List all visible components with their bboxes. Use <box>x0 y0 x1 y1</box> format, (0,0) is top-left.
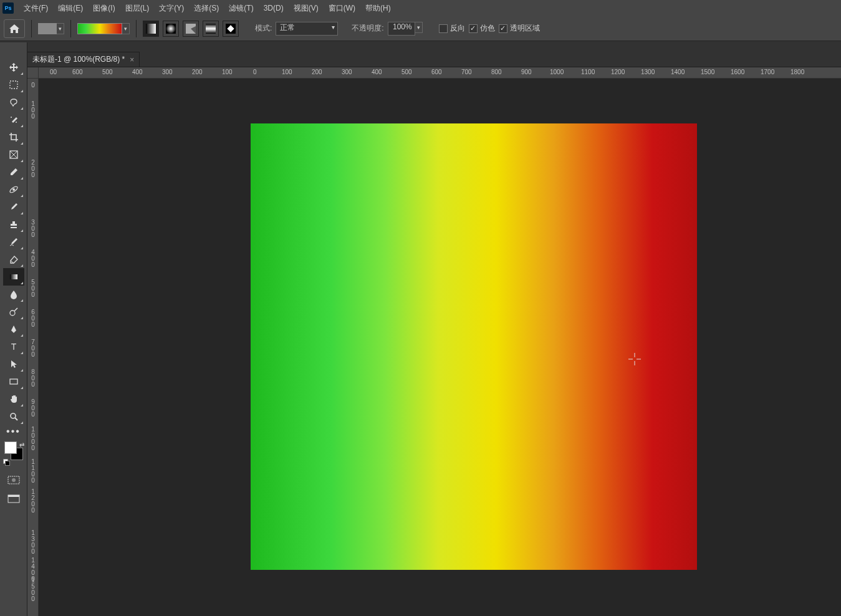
marquee-tool[interactable] <box>3 76 24 94</box>
menu-item[interactable]: 文字(Y) <box>154 0 189 16</box>
gradient-tool[interactable] <box>3 268 24 286</box>
ruler-tick: 1300 <box>29 530 37 555</box>
ruler-tick: 900 <box>521 69 532 75</box>
dodge-tool[interactable] <box>3 303 24 320</box>
vertical-ruler[interactable]: 0100200300400500600700800900100011001200… <box>27 79 39 616</box>
linear-gradient-button[interactable] <box>143 21 159 37</box>
svg-rect-18 <box>10 379 17 384</box>
eraser-tool[interactable] <box>3 251 24 268</box>
menu-item[interactable]: 滤镜(T) <box>224 0 258 16</box>
ruler-tick: 1600 <box>731 69 744 75</box>
ruler-tick: 00 <box>50 69 57 75</box>
close-tab-icon[interactable]: × <box>130 55 134 64</box>
opacity-dropdown[interactable]: ▾ <box>415 22 423 33</box>
gradient-picker-dropdown[interactable]: ▾ <box>122 23 130 34</box>
horizontal-ruler[interactable]: 0060050040030020010001002003004005006007… <box>39 67 841 79</box>
tool-preset-swatch[interactable] <box>38 23 57 34</box>
eyedropper-tool[interactable] <box>3 163 24 181</box>
svg-rect-14 <box>10 274 17 279</box>
quick-select-tool[interactable] <box>3 111 24 128</box>
quick-mask-button[interactable] <box>5 473 22 488</box>
svg-point-7 <box>11 117 12 118</box>
blur-tool[interactable] <box>3 286 24 303</box>
angle-gradient-button[interactable] <box>183 21 199 37</box>
menu-item[interactable]: 选择(S) <box>189 0 224 16</box>
menu-item[interactable]: 图层(L) <box>120 0 155 16</box>
ruler-tick: 200 <box>312 69 322 75</box>
ruler-tick: 600 <box>29 309 37 328</box>
svg-point-13 <box>12 188 15 191</box>
ruler-tick: 500 <box>102 69 113 75</box>
svg-rect-1 <box>166 24 176 34</box>
menu-bar: Ps 文件(F)编辑(E)图像(I)图层(L)文字(Y)选择(S)滤镜(T)3D… <box>0 0 841 16</box>
mode-select[interactable]: 正常 <box>276 22 338 36</box>
stamp-tool[interactable] <box>3 216 24 233</box>
canvas[interactable] <box>251 123 697 570</box>
menu-item[interactable]: 编辑(E) <box>53 0 88 16</box>
ruler-tick: 100 <box>29 101 37 120</box>
tool-preset-dropdown[interactable]: ▾ <box>57 23 64 34</box>
reflected-gradient-button[interactable] <box>203 21 219 37</box>
svg-line-20 <box>15 418 17 420</box>
screen-mode-button[interactable] <box>5 491 22 506</box>
brush-tool[interactable] <box>3 198 24 216</box>
pen-tool[interactable] <box>3 320 24 338</box>
gradient-preview-swatch[interactable] <box>77 23 122 34</box>
lasso-tool[interactable] <box>3 94 24 111</box>
ruler-tick: 700 <box>461 69 472 75</box>
svg-point-8 <box>16 122 17 123</box>
frame-tool[interactable] <box>3 146 24 163</box>
ruler-tick: 600 <box>431 69 442 75</box>
home-button[interactable] <box>4 19 25 38</box>
default-colors-icon[interactable] <box>3 459 9 465</box>
svg-rect-6 <box>10 81 17 89</box>
ruler-tick: 400 <box>29 249 37 268</box>
type-tool[interactable]: T <box>3 338 24 355</box>
workspace: 0060050040030020010001002003004005006007… <box>27 67 841 616</box>
ruler-tick: 500 <box>29 279 37 298</box>
ruler-tick: 1400 <box>671 69 685 75</box>
history-brush-tool[interactable] <box>3 233 24 251</box>
ruler-tick: 100 <box>282 69 292 75</box>
menu-item[interactable]: 视图(V) <box>289 0 324 16</box>
transparency-checkbox[interactable]: ✓透明区域 <box>499 23 540 34</box>
shape-tool[interactable] <box>3 373 24 390</box>
crop-tool[interactable] <box>3 128 24 146</box>
ruler-tick: 800 <box>29 369 37 388</box>
ruler-tick: 100 <box>222 69 233 75</box>
ruler-tick: 200 <box>192 69 203 75</box>
ruler-tick: 1200 <box>29 489 37 514</box>
diamond-gradient-button[interactable] <box>223 21 239 37</box>
menu-item[interactable]: 帮助(H) <box>360 0 396 16</box>
svg-rect-24 <box>8 495 19 497</box>
ruler-tick: 400 <box>132 69 143 75</box>
gradient-cursor-icon <box>628 353 641 368</box>
spot-heal-tool[interactable] <box>3 181 24 198</box>
svg-line-16 <box>14 308 17 311</box>
foreground-color-swatch[interactable] <box>4 441 17 454</box>
hand-tool[interactable] <box>3 390 24 408</box>
radial-gradient-button[interactable] <box>163 21 179 37</box>
zoom-tool[interactable] <box>3 408 24 425</box>
ruler-tick: 1700 <box>761 69 774 75</box>
document-tab[interactable]: 未标题-1 @ 100%(RGB/8) * × <box>27 52 140 67</box>
path-select-tool[interactable] <box>3 355 24 373</box>
edit-toolbar-button[interactable]: ••• <box>3 425 24 438</box>
ruler-tick: 1300 <box>641 69 655 75</box>
ruler-tick: 0 <box>253 69 257 75</box>
move-tool[interactable] <box>3 59 24 76</box>
menu-item[interactable]: 图像(I) <box>88 0 120 16</box>
ruler-tick: 400 <box>372 69 382 75</box>
dither-checkbox[interactable]: ✓仿色 <box>469 23 495 34</box>
canvas-area[interactable] <box>39 79 841 616</box>
menu-item[interactable]: 文件(F) <box>19 0 53 16</box>
opacity-input[interactable]: 100% <box>388 22 415 36</box>
reverse-checkbox[interactable]: 反向 <box>439 23 465 34</box>
ruler-corner[interactable] <box>27 67 39 79</box>
swap-colors-icon[interactable]: ⇄ <box>19 441 24 448</box>
menu-item[interactable]: 3D(D) <box>259 0 289 16</box>
document-tab-title: 未标题-1 @ 100%(RGB/8) * <box>32 54 125 65</box>
svg-point-15 <box>10 310 15 315</box>
menu-item[interactable]: 窗口(W) <box>324 0 360 16</box>
opacity-label: 不透明度: <box>352 23 383 34</box>
